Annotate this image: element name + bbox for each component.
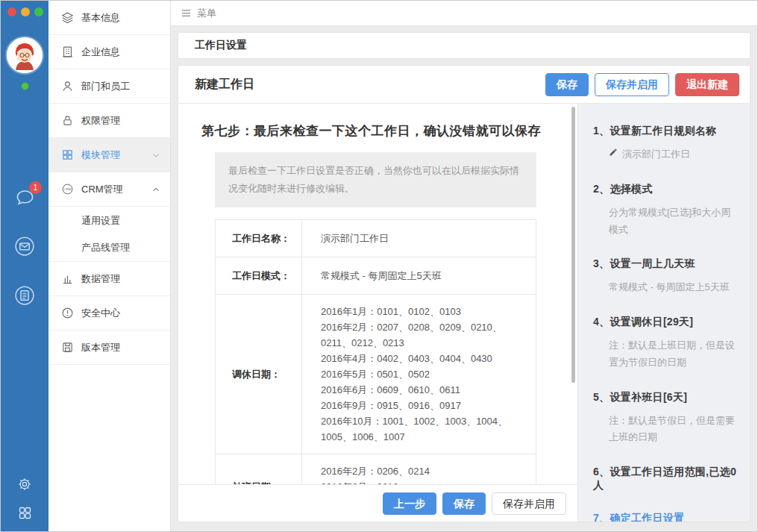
- minimize-window-button[interactable]: [21, 7, 30, 16]
- sidebar-menu: 基本信息 企业信息 部门和员工 权限管理: [48, 1, 171, 531]
- sidebar-item-crm[interactable]: CRM CRM管理: [48, 172, 170, 207]
- step-item-4: 4、设置调休日[29天] 注：默认是上班日期，但是设置为节假日的日期: [593, 316, 739, 372]
- building-icon: [61, 46, 74, 58]
- save-and-enable-button[interactable]: 保存并启用: [595, 73, 669, 96]
- row-label: 补班日期：: [216, 454, 302, 484]
- left-rail: ✦ 1: [1, 1, 48, 531]
- user-icon: [61, 80, 74, 93]
- sidebar-item-departments[interactable]: 部门和员工: [48, 69, 170, 104]
- panel-title: 新建工作日: [195, 77, 254, 93]
- apps-grid-icon[interactable]: [17, 505, 33, 521]
- close-window-button[interactable]: [7, 7, 16, 16]
- document-icon[interactable]: [13, 284, 36, 307]
- sidebar-subitem-general-settings[interactable]: 通用设置: [48, 207, 170, 234]
- row-value: 演示部门工作日: [302, 220, 536, 257]
- avatar[interactable]: ✦: [5, 36, 44, 75]
- previous-step-button[interactable]: 上一步: [383, 492, 436, 515]
- table-row: 调休日期： 2016年1月：0101、0102、0103 2016年2月：020…: [216, 295, 536, 454]
- page-title-card: 工作日设置: [178, 32, 751, 59]
- chevron-up-icon: [151, 184, 161, 195]
- window-controls: [7, 1, 43, 16]
- step-item-2: 2、选择模式 分为常规模式[已选]和大小周模式: [593, 183, 739, 239]
- svg-text:✦: ✦: [16, 50, 19, 54]
- messages-icon[interactable]: 1: [13, 186, 36, 208]
- exit-create-button[interactable]: 退出新建: [675, 73, 739, 96]
- main-area: 菜单 工作日设置 新建工作日 保存 保存并启用 退出新建: [171, 1, 757, 531]
- sidebar-item-modules[interactable]: 模块管理: [48, 138, 170, 172]
- row-value: 2016年2月：0206、0214 2016年6月：0612 2016年9月：0…: [302, 454, 536, 484]
- sidebar-item-basic-info[interactable]: 基本信息: [48, 1, 170, 35]
- grid-icon: [61, 148, 74, 161]
- svg-text:CRM: CRM: [64, 187, 72, 191]
- zoom-window-button[interactable]: [34, 7, 43, 16]
- review-content: 第七步：最后来检查一下这个工作日，确认没错就可以保存 最后检查一下工作日设置是否…: [178, 104, 577, 484]
- online-status-dot: [21, 82, 29, 90]
- step-heading: 第七步：最后来检查一下这个工作日，确认没错就可以保存: [201, 122, 577, 140]
- sidebar-item-label: CRM管理: [81, 183, 123, 196]
- review-content-column: 第七步：最后来检查一下这个工作日，确认没错就可以保存 最后检查一下工作日设置是否…: [178, 104, 577, 522]
- step-item-3: 3、设置一周上几天班 常规模式 - 每周固定上5天班: [593, 257, 739, 296]
- workday-summary-table: 工作日名称： 演示部门工作日 工作日模式： 常规模式 - 每周固定上5天班 调休…: [215, 219, 536, 484]
- page-title: 工作日设置: [195, 39, 247, 52]
- table-row: 工作日模式： 常规模式 - 每周固定上5天班: [216, 257, 536, 295]
- layers-icon: [61, 11, 74, 24]
- hamburger-menu-icon[interactable]: [181, 7, 192, 19]
- sidebar-item-data-management[interactable]: 数据管理: [48, 262, 170, 296]
- sidebar-subitem-product-lines[interactable]: 产品线管理: [48, 234, 170, 262]
- sidebar-item-company-info[interactable]: 企业信息: [48, 35, 170, 69]
- pencil-edit-icon[interactable]: [609, 148, 618, 157]
- sidebar-item-label: 版本管理: [81, 341, 120, 354]
- sidebar-item-label: 数据管理: [81, 272, 120, 286]
- sidebar-item-label: 通用设置: [81, 214, 120, 228]
- bar-chart-icon: [61, 272, 74, 285]
- steps-panel: 1、设置新工作日规则名称 演示部门工作日 2、选择模式 分为常规模式[已选]和大…: [577, 104, 750, 522]
- vertical-scrollbar[interactable]: [571, 107, 575, 383]
- sidebar-item-label: 产品线管理: [81, 241, 130, 254]
- sidebar-item-label: 基本信息: [81, 11, 120, 25]
- floppy-disk-icon: [61, 341, 74, 354]
- crm-icon: CRM: [61, 183, 74, 195]
- wizard-footer: 上一步 保存 保存并启用: [178, 484, 577, 522]
- panel-header: 新建工作日 保存 保存并启用 退出新建: [178, 66, 750, 104]
- sidebar-item-label: 部门和员工: [81, 80, 130, 93]
- table-row: 工作日名称： 演示部门工作日: [216, 220, 536, 257]
- step-1-value[interactable]: 演示部门工作日: [593, 146, 739, 163]
- step-item-5: 5、设置补班日[6天] 注：默认是节假日，但是需要上班的日期: [593, 391, 739, 447]
- warning-circle-icon: [61, 307, 74, 319]
- new-workday-panel: 新建工作日 保存 保存并启用 退出新建 第七步：最后来检查一下这个工作日，确认没…: [178, 65, 751, 522]
- step-item-6: 6、设置工作日适用范围,已选0人: [593, 466, 739, 492]
- review-note: 最后检查一下工作日设置是否正确，当然你也可以在以后根据实际情况变化随时来进行修改…: [215, 152, 536, 207]
- step-item-1: 1、设置新工作日规则名称 演示部门工作日: [593, 125, 739, 163]
- footer-save-button[interactable]: 保存: [442, 492, 486, 515]
- step-item-7-active: 7、确定工作日设置 按照贵公司实际情况进行编辑调整: [593, 512, 739, 522]
- sidebar-item-label: 模块管理: [81, 148, 120, 162]
- sidebar-item-permissions[interactable]: 权限管理: [48, 104, 170, 138]
- app-window: ✦ 1: [0, 0, 758, 532]
- footer-save-and-enable-button[interactable]: 保存并启用: [492, 492, 566, 515]
- mail-icon[interactable]: [13, 235, 36, 257]
- row-value: 常规模式 - 每周固定上5天班: [302, 257, 536, 294]
- workspace: 工作日设置 新建工作日 保存 保存并启用 退出新建 第七步：最后来检查一下这个工…: [171, 26, 757, 531]
- lock-icon: [61, 114, 74, 127]
- sidebar-item-label: 安全中心: [81, 307, 120, 320]
- unread-badge: 1: [29, 181, 42, 194]
- sidebar-item-label: 企业信息: [81, 46, 120, 59]
- topbar-menu-label[interactable]: 菜单: [197, 7, 216, 20]
- row-label: 调休日期：: [216, 295, 302, 454]
- settings-gear-icon[interactable]: [17, 477, 32, 492]
- row-label: 工作日模式：: [216, 257, 302, 294]
- sidebar-item-security-center[interactable]: 安全中心: [48, 296, 170, 331]
- chevron-down-icon: [151, 150, 161, 160]
- topbar: 菜单: [171, 1, 757, 26]
- save-button[interactable]: 保存: [545, 73, 589, 96]
- sidebar-item-label: 权限管理: [81, 114, 120, 128]
- table-row: 补班日期： 2016年2月：0206、0214 2016年6月：0612 201…: [216, 454, 536, 484]
- row-label: 工作日名称：: [216, 220, 302, 257]
- row-value: 2016年1月：0101、0102、0103 2016年2月：0207、0208…: [302, 295, 536, 454]
- sidebar-item-version-management[interactable]: 版本管理: [48, 331, 170, 365]
